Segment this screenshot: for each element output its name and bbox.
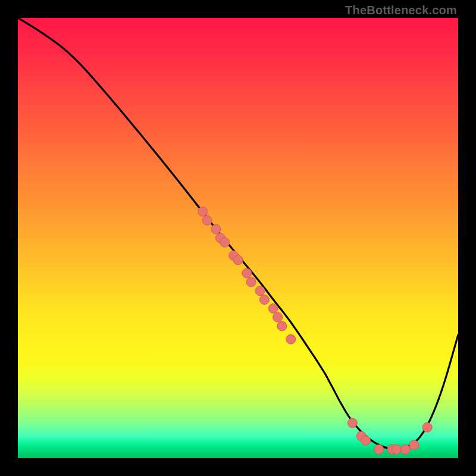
watermark-text: TheBottleneck.com: [345, 4, 457, 17]
data-point: [246, 277, 256, 287]
data-point: [268, 303, 278, 313]
data-point: [409, 440, 419, 450]
data-point: [220, 237, 230, 247]
data-point: [273, 312, 283, 322]
data-point: [242, 268, 252, 278]
plot-area: [18, 18, 458, 458]
data-point: [277, 321, 287, 331]
data-point: [233, 255, 243, 265]
marker-group: [198, 207, 432, 455]
data-point: [361, 436, 371, 445]
data-point: [259, 295, 269, 305]
data-point: [198, 207, 208, 217]
bottleneck-curve: [18, 18, 458, 449]
data-point: [392, 444, 401, 454]
chart-container: TheBottleneck.com: [0, 0, 476, 476]
chart-svg: [18, 18, 458, 458]
data-point: [211, 224, 221, 234]
data-point: [347, 418, 357, 428]
data-point: [286, 334, 296, 344]
data-point: [374, 444, 384, 454]
data-point: [422, 422, 432, 432]
data-point: [400, 444, 410, 454]
data-point: [255, 286, 265, 296]
data-point: [202, 215, 212, 225]
